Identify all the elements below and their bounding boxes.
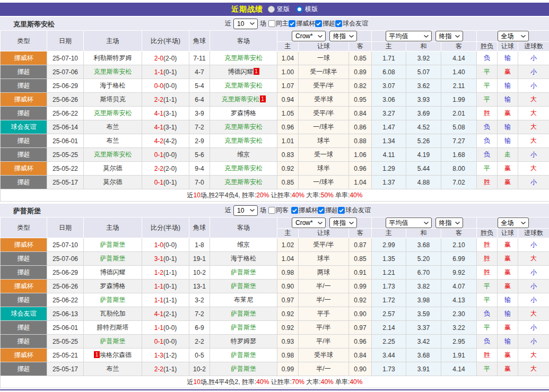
home-team: 萨普斯堡 xyxy=(84,335,142,349)
competition-filter[interactable]: 挪威杯 xyxy=(289,19,315,28)
competition-filter[interactable]: 球会友谊 xyxy=(338,206,371,215)
away-team: 萨普斯堡 xyxy=(210,266,277,280)
result-cell-0: 平 xyxy=(477,79,498,93)
competition-filter[interactable]: 挪超 xyxy=(315,19,335,28)
radio-unchecked-icon[interactable] xyxy=(268,6,275,13)
same-venue-filter[interactable]: 同主 xyxy=(268,19,289,28)
index-type-select-2[interactable]: 终指 xyxy=(435,31,463,41)
handicap-away-odds: 0.97 xyxy=(349,321,372,335)
rounds-unit-label: 场 xyxy=(260,206,266,215)
match-score: 4-1(3-1) xyxy=(142,120,189,134)
corner-score: 6-4 xyxy=(189,93,210,107)
avg-away-odds: 4.13 xyxy=(441,293,477,307)
average-select[interactable]: 平均值 xyxy=(386,217,432,228)
result-cell-1: 赢 xyxy=(498,252,518,266)
col-avg-2: 客 xyxy=(441,42,477,51)
handicap-line: 球半 xyxy=(299,162,349,176)
average-select[interactable]: 平均值 xyxy=(386,31,432,41)
radio-checked-icon[interactable] xyxy=(296,6,303,13)
layout-switch: 竖版 横版 xyxy=(268,5,318,14)
handicap-line: 平/半 xyxy=(299,321,349,335)
result-cell-2: 小 xyxy=(518,79,549,93)
bookmaker-select[interactable]: Crow* xyxy=(292,31,326,41)
handicap-home-odds: 1.05 xyxy=(277,107,299,120)
checkbox-checked-icon[interactable] xyxy=(335,20,342,27)
avg-draw-odds: 3.91 xyxy=(406,362,441,376)
result-cell-1: 赢 xyxy=(498,280,518,293)
checkbox-unchecked-icon[interactable] xyxy=(268,207,275,214)
corner-score: 6-9 xyxy=(189,321,210,335)
near-label: 近 xyxy=(225,206,231,215)
competition-filter[interactable]: 挪超 xyxy=(318,206,338,215)
result-cell-2: 大 xyxy=(518,307,549,321)
match-type-badge: 挪超 xyxy=(1,148,47,162)
home-team: 布兰 xyxy=(84,134,142,148)
home-team: 萨普斯堡 xyxy=(84,252,142,266)
col-result-1: 让球 xyxy=(498,229,518,238)
result-cell-1: 输 xyxy=(498,93,518,107)
match-date: 25-06-29 xyxy=(47,79,84,93)
col-handicap-0: 主 xyxy=(277,42,299,51)
checkbox-checked-icon[interactable] xyxy=(315,20,322,27)
result-cell-0: 负 xyxy=(477,134,498,148)
competition-filter[interactable]: 球会友谊 xyxy=(335,19,368,28)
handicap-group-header: Crow*终指 xyxy=(277,31,372,42)
result-cell-0: 负 xyxy=(477,120,498,134)
same-venue-filter[interactable]: 同客 xyxy=(268,206,289,215)
result-cell-1: 输 xyxy=(498,51,518,65)
match-type-badge: 挪超 xyxy=(1,321,47,335)
result-cell-0: 胜 xyxy=(477,238,498,252)
competition-filter[interactable]: 挪威杯 xyxy=(291,206,318,215)
match-score: 0-1(0-1) xyxy=(142,176,189,189)
match-row: 挪超25-07-06克里斯蒂安松1-1(0-1)4-7博德闪耀11.00受一/球… xyxy=(1,65,549,79)
home-team: 布兰 xyxy=(84,120,142,134)
rounds-select[interactable]: 10 xyxy=(233,19,258,29)
avg-home-odds: 1.72 xyxy=(372,293,406,307)
result-cell-2: 小 xyxy=(518,238,549,252)
index-type-select[interactable]: 终指 xyxy=(329,217,357,228)
period-select[interactable]: 全场 xyxy=(498,31,529,41)
checkbox-unchecked-icon[interactable] xyxy=(268,20,275,27)
avg-away-odds: 7.27 xyxy=(441,134,477,148)
result-cell-0: 平 xyxy=(477,162,498,176)
result-cell-1: 赢 xyxy=(498,176,518,189)
avg-draw-odds: 5.20 xyxy=(406,252,441,266)
index-type-select-2[interactable]: 终指 xyxy=(435,217,463,228)
match-row: 挪威杯25-07-10萨普斯堡1-0(0-0)1-8维京1.02受平/半0.87… xyxy=(1,238,549,252)
corner-score: 1-8 xyxy=(189,238,210,252)
col-avg-0: 主 xyxy=(372,229,406,238)
match-score: 2-2(1-1) xyxy=(142,93,189,107)
handicap-line: 一/球半 xyxy=(299,176,349,189)
index-type-select[interactable]: 终指 xyxy=(329,31,357,41)
result-cell-0: 负 xyxy=(477,307,498,321)
checkbox-checked-icon[interactable] xyxy=(338,207,345,214)
rounds-select[interactable]: 10 xyxy=(233,205,258,216)
match-score: 1-1(1-1) xyxy=(142,293,189,307)
result-cell-2: 大 xyxy=(518,120,549,134)
result-cell-2: 小 xyxy=(518,65,549,79)
period-select[interactable]: 全场 xyxy=(498,217,529,228)
match-row: 挪超25-06-29海于格松0-0(0-0)5-4克里斯蒂安松1.07受平/半0… xyxy=(1,79,549,93)
match-row: 挪超25-06-01布兰4-2(4-2)2-9克里斯蒂安松1.01球半0.881… xyxy=(1,134,549,148)
match-type-badge: 挪超 xyxy=(1,293,47,307)
checkbox-checked-icon[interactable] xyxy=(289,20,295,27)
match-date: 25-07-06 xyxy=(47,252,84,266)
checkbox-checked-icon[interactable] xyxy=(318,207,325,214)
col-handicap-2: 客 xyxy=(349,229,372,238)
match-date: 25-05-17 xyxy=(47,362,84,376)
handicap-home-odds: 0.92 xyxy=(277,307,299,321)
home-team: 腓特烈斯塔 xyxy=(84,321,142,335)
layout-option-horizontal[interactable]: 横版 xyxy=(296,5,318,14)
avg-draw-odds: 3.98 xyxy=(406,293,441,307)
col-away: 客场 xyxy=(210,217,277,238)
col-home: 主场 xyxy=(84,217,142,238)
checkbox-checked-icon[interactable] xyxy=(291,207,298,214)
layout-option-vertical[interactable]: 竖版 xyxy=(268,5,290,14)
avg-draw-odds: 4.19 xyxy=(406,148,441,162)
card-badge: 1 xyxy=(254,68,259,75)
home-team: 萨普斯堡 xyxy=(84,293,142,307)
match-date: 25-06-14 xyxy=(47,120,84,134)
bookmaker-select[interactable]: Crow* xyxy=(292,217,326,228)
result-cell-1: 赢 xyxy=(498,362,518,376)
avg-draw-odds: 3.93 xyxy=(406,93,441,107)
